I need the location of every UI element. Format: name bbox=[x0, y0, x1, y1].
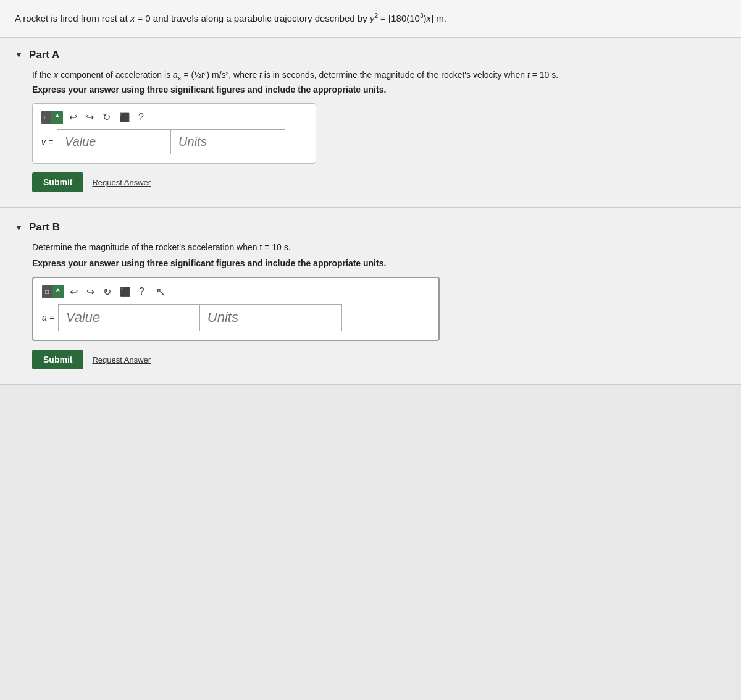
part-a-toolbar: □ ᴬ ↩ ↪ ↻ ⬛ ? bbox=[41, 110, 307, 124]
part-a-express-note: Express your answer using three signific… bbox=[32, 85, 726, 95]
part-b-chevron[interactable]: ▼ bbox=[15, 223, 23, 232]
part-a-button-row: Submit Request Answer bbox=[32, 172, 726, 192]
part-b-button-row: Submit Request Answer bbox=[32, 350, 726, 369]
part-b-toolbar: □ ᴬ ↩ ↪ ↻ ⬛ ? ↖ bbox=[42, 284, 430, 299]
part-a-label: Part A bbox=[29, 49, 59, 61]
part-a-units-input[interactable] bbox=[171, 129, 285, 154]
part-a-header: ▼ Part A bbox=[15, 49, 726, 61]
part-b-express-note: Express your answer using three signific… bbox=[32, 258, 726, 268]
part-a-chevron[interactable]: ▼ bbox=[15, 50, 23, 59]
part-b-redo-btn[interactable]: ↪ bbox=[84, 285, 97, 299]
cursor-icon: ↖ bbox=[156, 284, 166, 299]
part-a-keyboard-btn[interactable]: ⬛ bbox=[117, 111, 132, 124]
part-a-var-label: v = bbox=[41, 137, 53, 147]
part-a-superscript-btn[interactable]: □ bbox=[41, 111, 51, 123]
part-a-font-btn[interactable]: ᴬ bbox=[51, 111, 63, 124]
part-b-answer-box: □ ᴬ ↩ ↪ ↻ ⬛ ? ↖ a = bbox=[32, 277, 440, 341]
part-b-undo-btn[interactable]: ↩ bbox=[67, 285, 80, 299]
part-a-input-row: v = bbox=[41, 129, 307, 154]
part-a-answer-box: □ ᴬ ↩ ↪ ↻ ⬛ ? v = bbox=[32, 103, 316, 164]
part-b-value-input[interactable] bbox=[58, 304, 200, 331]
part-a-section: ▼ Part A If the x component of accelerat… bbox=[0, 38, 741, 208]
part-b-submit-button[interactable]: Submit bbox=[32, 350, 83, 369]
part-b-header: ▼ Part B bbox=[15, 221, 726, 234]
part-b-help-btn[interactable]: ? bbox=[136, 285, 147, 298]
part-b-refresh-btn[interactable]: ↻ bbox=[101, 285, 114, 299]
part-a-request-answer-button[interactable]: Request Answer bbox=[92, 178, 151, 187]
part-b-format-group: □ ᴬ bbox=[42, 285, 64, 298]
part-b-section: ▼ Part B Determine the magnitude of the … bbox=[0, 208, 741, 385]
part-b-keyboard-btn[interactable]: ⬛ bbox=[117, 285, 133, 298]
part-b-request-answer-button[interactable]: Request Answer bbox=[92, 355, 151, 365]
part-a-submit-button[interactable]: Submit bbox=[32, 172, 83, 192]
part-a-help-btn[interactable]: ? bbox=[136, 111, 146, 124]
part-b-label: Part B bbox=[29, 221, 60, 234]
header-text: A rocket is fired from rest at x = 0 and… bbox=[15, 13, 446, 23]
part-a-redo-btn[interactable]: ↪ bbox=[83, 110, 96, 124]
part-b-units-input[interactable] bbox=[200, 304, 342, 331]
part-a-format-group: □ ᴬ bbox=[41, 111, 63, 124]
part-a-refresh-btn[interactable]: ↻ bbox=[100, 110, 113, 124]
part-a-description: If the x component of acceleration is ax… bbox=[32, 70, 726, 82]
part-a-value-input[interactable] bbox=[57, 129, 171, 154]
problem-header: A rocket is fired from rest at x = 0 and… bbox=[0, 0, 741, 38]
part-b-superscript-btn[interactable]: □ bbox=[42, 286, 52, 298]
part-b-input-row: a = bbox=[42, 304, 430, 331]
part-b-description: Determine the magnitude of the rocket's … bbox=[32, 242, 726, 252]
part-a-undo-btn[interactable]: ↩ bbox=[67, 110, 80, 124]
part-b-var-label: a = bbox=[42, 313, 54, 323]
part-b-font-btn[interactable]: ᴬ bbox=[52, 285, 64, 298]
